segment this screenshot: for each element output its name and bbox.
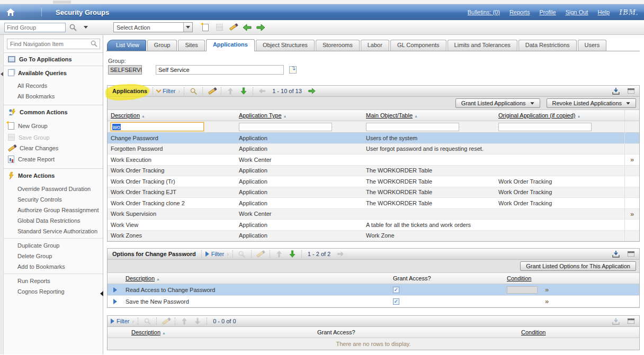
table-row[interactable]: Work Order Tracking clone 2ApplicationTh… — [108, 198, 639, 209]
sidebar-section-common-actions[interactable]: Common Actions — [4, 105, 103, 119]
sidebar-section-available-queries[interactable]: Available Queries — [4, 66, 103, 79]
row-detail-icon[interactable] — [113, 299, 117, 304]
column-sort-link[interactable]: Condition — [521, 329, 545, 335]
sort-asc-icon[interactable]: ▲ — [162, 331, 166, 335]
detail-menu-icon[interactable]: » — [630, 211, 634, 217]
table-row[interactable]: Work ZonesApplicationWork Zone — [108, 231, 639, 242]
previous-record-icon[interactable] — [241, 22, 252, 33]
table-row[interactable]: Work Order TrackingApplicationThe WORKOR… — [108, 166, 639, 177]
advanced-search-icon[interactable] — [188, 86, 199, 96]
original-application-filter-input[interactable] — [498, 123, 592, 131]
select-action-dropdown[interactable]: Select Action — [113, 22, 193, 32]
long-description-icon[interactable] — [289, 66, 297, 74]
column-sort-link[interactable]: Description — [126, 275, 155, 281]
search-icon[interactable] — [91, 40, 97, 47]
sidebar-item-cognos-reporting[interactable]: Cognos Reporting — [4, 286, 103, 297]
grant-listed-options-button[interactable]: Grant Listed Options for This Applicatio… — [520, 261, 636, 271]
tab-applications[interactable]: Applications — [206, 39, 255, 51]
table-row[interactable]: Work Order Tracking (Tr)ApplicationThe W… — [108, 176, 639, 187]
detail-menu-icon[interactable]: » — [545, 298, 549, 305]
sidebar-item-authorize-group-reassignment[interactable]: Authorize Group Reassignment — [4, 205, 103, 215]
sort-asc-icon[interactable]: ▲ — [141, 114, 145, 118]
sidebar-item-run-reports[interactable]: Run Reports — [4, 276, 103, 286]
column-sort-link[interactable]: Description — [131, 329, 160, 335]
sidebar-item-security-controls[interactable]: Security Controls — [4, 194, 103, 205]
tab-group[interactable]: Group — [147, 40, 177, 51]
description-filter-input[interactable]: wo — [111, 122, 204, 131]
option-row[interactable]: Read Access to Change Password✓» — [108, 284, 639, 296]
next-page-icon[interactable] — [287, 249, 298, 259]
grant-access-checkbox[interactable]: ✓ — [393, 298, 399, 305]
sidebar-item-all-records[interactable]: All Records — [4, 80, 103, 91]
search-options-caret-icon[interactable] — [80, 22, 91, 33]
menu-icon[interactable] — [21, 7, 32, 17]
download-icon[interactable] — [611, 249, 621, 259]
tab-users[interactable]: Users — [578, 40, 607, 51]
table-row[interactable]: Work Order Tracking EJTApplicationThe WO… — [108, 187, 639, 198]
option-row[interactable]: Save the New Password✓» — [108, 296, 639, 307]
topbar-link-sign-out[interactable]: Sign Out — [566, 9, 588, 15]
clear-changes-icon[interactable] — [228, 22, 238, 33]
sidebar-item-override-password-duration[interactable]: Override Password Duration — [4, 184, 103, 194]
next-set-icon[interactable] — [307, 86, 317, 96]
tab-labor[interactable]: Labor — [361, 40, 389, 51]
sidebar-item-global-data-restrictions[interactable]: Global Data Restrictions — [4, 215, 103, 226]
empty-filter-toggle[interactable]: Filter — [111, 318, 129, 324]
next-record-icon[interactable] — [255, 22, 266, 33]
column-sort-link[interactable]: Main Object/Table — [366, 112, 413, 119]
tab-storerooms[interactable]: Storerooms — [316, 40, 360, 51]
sidebar-item-add-to-bookmarks[interactable]: Add to Bookmarks — [4, 261, 103, 272]
button-grant-listed-applications[interactable]: Grant Listed Applications — [455, 98, 540, 108]
tab-limits-and-tolerances[interactable]: Limits and Tolerances — [448, 40, 517, 51]
sidebar-item-all-bookmarks[interactable]: All Bookmarks — [4, 91, 103, 102]
condition-field[interactable] — [507, 286, 538, 294]
sidebar-section-more-actions[interactable]: More Actions — [4, 168, 103, 183]
main-object-table-filter-input[interactable] — [366, 123, 459, 131]
sidebar-item-standard-service-authorization[interactable]: Standard Service Authorization — [4, 226, 103, 236]
button-revoke-listed-applications[interactable]: Revoke Listed Applications — [547, 98, 636, 108]
sidebar-item-delete-group[interactable]: Delete Group — [4, 251, 103, 261]
tab-object-structures[interactable]: Object Structures — [256, 40, 315, 51]
table-row[interactable]: Work SupervisionWork Center» — [108, 209, 639, 220]
find-group-input[interactable] — [4, 23, 66, 32]
topbar-link-bulletins-[interactable]: Bulletins: (0) — [468, 9, 500, 15]
tab-list-view[interactable]: List View — [107, 40, 146, 51]
group-description-field[interactable]: Self Service — [156, 65, 284, 75]
column-sort-link[interactable]: Description — [111, 112, 140, 119]
tab-gl-components[interactable]: GL Components — [390, 40, 446, 51]
topbar-link-help[interactable]: Help — [597, 9, 610, 15]
minimize-section-icon[interactable] — [625, 316, 636, 326]
minimize-section-icon[interactable] — [625, 86, 636, 96]
applications-filter-toggle[interactable]: Filter — [157, 88, 175, 94]
minimize-section-icon[interactable] — [625, 249, 636, 259]
options-filter-toggle[interactable]: Filter — [205, 251, 224, 257]
find-navigation-input[interactable] — [7, 39, 100, 49]
sort-asc-icon[interactable]: ▲ — [283, 114, 287, 118]
table-row[interactable]: Change PasswordApplicationUsers of the s… — [108, 133, 639, 144]
collapse-rail-icon[interactable] — [1, 72, 3, 76]
column-sort-link[interactable]: Application Type — [239, 112, 282, 119]
column-sort-link[interactable]: Original Application (if copied) — [498, 112, 576, 119]
group-id-field[interactable]: SELFSERVIC — [108, 65, 142, 75]
topbar-link-profile[interactable]: Profile — [539, 9, 556, 15]
table-row[interactable]: Work ViewApplicationA table for all the … — [108, 220, 639, 231]
tab-data-restrictions[interactable]: Data Restrictions — [518, 40, 577, 51]
sidebar-item-clear-changes[interactable]: Clear Changes — [4, 143, 103, 153]
search-icon[interactable] — [68, 22, 78, 33]
grant-access-checkbox[interactable]: ✓ — [393, 287, 399, 293]
sidebar-item-create-report[interactable]: Create Report — [4, 153, 103, 165]
sidebar-item-duplicate-group[interactable]: Duplicate Group — [4, 240, 103, 251]
new-record-icon[interactable]: ✦ — [200, 22, 211, 33]
sort-asc-icon[interactable]: ▲ — [156, 277, 160, 281]
detail-menu-icon[interactable]: » — [545, 286, 549, 293]
detail-menu-icon[interactable]: » — [630, 156, 634, 163]
row-detail-icon[interactable] — [113, 287, 117, 293]
home-icon[interactable] — [5, 7, 16, 17]
sidebar-item-go-to-applications[interactable]: Go To Applications — [4, 52, 103, 66]
column-sort-link[interactable]: Condition — [507, 275, 531, 281]
topbar-link-reports[interactable]: Reports — [509, 9, 530, 15]
application-type-filter-input[interactable] — [239, 123, 332, 131]
table-row[interactable]: Forgotten PasswordApplicationUser forgot… — [108, 144, 639, 155]
sort-asc-icon[interactable]: ▲ — [414, 114, 418, 118]
next-page-icon[interactable] — [238, 86, 249, 96]
